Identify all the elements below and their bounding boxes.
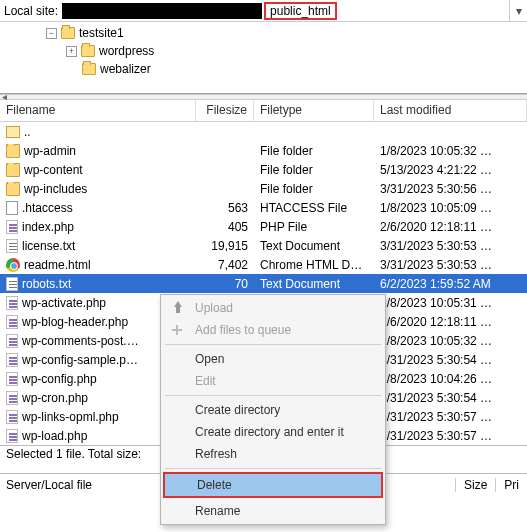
php-file-icon	[6, 353, 18, 367]
table-row[interactable]: wp-includesFile folder3/31/2023 5:30:56 …	[0, 179, 527, 198]
ctx-label: Edit	[195, 374, 216, 388]
folder-tree[interactable]: − testsite1 + wordpress webalizer	[0, 22, 527, 94]
file-modified: 1/8/2023 10:05:32 …	[374, 144, 527, 158]
file-modified: 3/31/2023 5:30:57 …	[374, 410, 527, 424]
collapse-icon[interactable]: −	[46, 28, 57, 39]
file-name: ..	[24, 125, 31, 139]
file-modified: 1/8/2023 10:04:26 …	[374, 372, 527, 386]
file-name: wp-blog-header.php	[22, 315, 128, 329]
file-modified: 3/31/2023 5:30:57 …	[374, 429, 527, 443]
file-modified: 1/8/2023 10:05:09 …	[374, 201, 527, 215]
php-file-icon	[6, 220, 18, 234]
file-name: robots.txt	[22, 277, 71, 291]
path-dropdown-button[interactable]: ▾	[509, 0, 527, 21]
file-modified: 3/31/2023 5:30:56 …	[374, 182, 527, 196]
file-type: Text Document	[254, 277, 374, 291]
tree-item[interactable]: + wordpress	[6, 42, 521, 60]
table-row[interactable]: ..	[0, 122, 527, 141]
local-site-label: Local site:	[0, 4, 62, 18]
folder-icon	[82, 63, 96, 75]
file-size: 405	[196, 220, 254, 234]
parent-folder-icon	[6, 126, 20, 138]
ctx-open[interactable]: Open	[163, 348, 383, 370]
table-row[interactable]: license.txt19,915Text Document3/31/2023 …	[0, 236, 527, 255]
table-row[interactable]: robots.txt70Text Document6/2/2023 1:59:5…	[0, 274, 527, 293]
file-name: readme.html	[24, 258, 91, 272]
file-name: wp-cron.php	[22, 391, 88, 405]
file-modified: 5/13/2023 4:21:22 …	[374, 163, 527, 177]
generic-file-icon	[6, 201, 18, 215]
file-modified: 6/2/2023 1:59:52 AM	[374, 277, 527, 291]
status-text: Selected 1 file. Total size:	[6, 447, 141, 461]
table-row[interactable]: wp-contentFile folder5/13/2023 4:21:22 …	[0, 160, 527, 179]
col-filetype[interactable]: Filetype	[254, 100, 374, 121]
col-modified[interactable]: Last modified	[374, 100, 527, 121]
path-text: public_html	[270, 4, 331, 18]
chrome-html-icon	[6, 258, 20, 272]
ctx-refresh[interactable]: Refresh	[163, 443, 383, 465]
ctx-delete[interactable]: Delete	[163, 472, 383, 498]
ctx-label: Add files to queue	[195, 323, 291, 337]
file-type: File folder	[254, 144, 374, 158]
php-file-icon	[6, 315, 18, 329]
col-filesize[interactable]: Filesize	[196, 100, 254, 121]
file-name: wp-config.php	[22, 372, 97, 386]
file-modified: 2/6/2020 12:18:11 …	[374, 220, 527, 234]
php-file-icon	[6, 372, 18, 386]
chevron-down-icon: ▾	[516, 4, 522, 18]
file-type: File folder	[254, 182, 374, 196]
local-path-highlight: public_html	[264, 2, 337, 20]
file-name: wp-links-opml.php	[22, 410, 119, 424]
tree-item[interactable]: webalizer	[6, 60, 521, 78]
file-name: wp-load.php	[22, 429, 87, 443]
ctx-add-queue: Add files to queue	[163, 319, 383, 341]
folder-icon	[61, 27, 75, 39]
ctx-create-dir-enter[interactable]: Create directory and enter it	[163, 421, 383, 443]
ctx-upload: Upload	[163, 297, 383, 319]
table-row[interactable]: index.php405PHP File2/6/2020 12:18:11 …	[0, 217, 527, 236]
file-modified: 3/31/2023 5:30:54 …	[374, 391, 527, 405]
php-file-icon	[6, 429, 18, 443]
file-modified: 3/31/2023 5:30:54 …	[374, 353, 527, 367]
file-size: 563	[196, 201, 254, 215]
separator	[165, 468, 381, 469]
table-row[interactable]: .htaccess563HTACCESS File1/8/2023 10:05:…	[0, 198, 527, 217]
file-modified: 3/31/2023 5:30:53 …	[374, 258, 527, 272]
folder-icon	[6, 163, 20, 177]
tree-label: testsite1	[79, 26, 124, 40]
pane-splitter[interactable]: ◂	[0, 94, 527, 100]
separator	[165, 395, 381, 396]
file-list-header[interactable]: Filename Filesize Filetype Last modified	[0, 100, 527, 122]
table-row[interactable]: wp-adminFile folder1/8/2023 10:05:32 …	[0, 141, 527, 160]
plus-icon	[171, 324, 183, 336]
col-size[interactable]: Size	[455, 478, 495, 492]
file-type: Chrome HTML Do…	[254, 258, 374, 272]
local-site-bar: Local site: public_html ▾	[0, 0, 527, 22]
file-name: wp-content	[24, 163, 83, 177]
col-priority[interactable]: Pri	[495, 478, 527, 492]
php-file-icon	[6, 391, 18, 405]
col-filename[interactable]: Filename	[0, 100, 196, 121]
file-size: 7,402	[196, 258, 254, 272]
file-name: wp-comments-post.…	[22, 334, 139, 348]
ctx-label: Upload	[195, 301, 233, 315]
expand-icon[interactable]: +	[66, 46, 77, 57]
context-menu: Upload Add files to queue Open Edit Crea…	[160, 294, 386, 525]
ctx-label: Rename	[195, 504, 240, 518]
file-name: wp-admin	[24, 144, 76, 158]
file-size: 19,915	[196, 239, 254, 253]
chevron-left-icon: ◂	[2, 91, 7, 102]
file-type: File folder	[254, 163, 374, 177]
tree-label: wordpress	[99, 44, 154, 58]
ctx-rename[interactable]: Rename	[163, 500, 383, 522]
table-row[interactable]: readme.html7,402Chrome HTML Do…3/31/2023…	[0, 255, 527, 274]
tree-item[interactable]: − testsite1	[6, 24, 521, 42]
local-path-redacted	[62, 3, 262, 19]
file-modified: 1/8/2023 10:05:32 …	[374, 334, 527, 348]
tree-label: webalizer	[100, 62, 151, 76]
text-file-icon	[6, 239, 18, 253]
folder-icon	[81, 45, 95, 57]
ctx-label: Refresh	[195, 447, 237, 461]
ctx-create-dir[interactable]: Create directory	[163, 399, 383, 421]
ctx-label: Delete	[197, 478, 232, 492]
